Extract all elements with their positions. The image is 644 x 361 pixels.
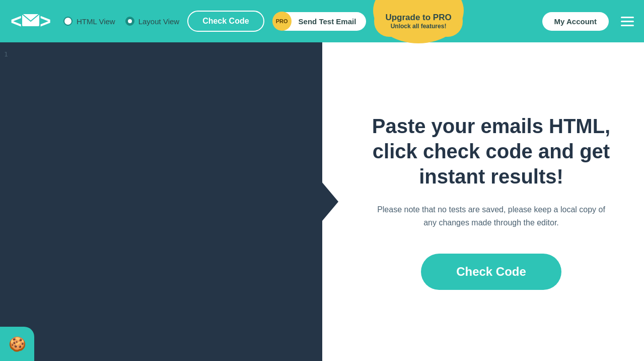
info-heading: Paste your emails HTML, click check code… [359,113,624,189]
editor-panel: 1 [0,42,322,361]
info-subtext: Please note that no tests are saved, ple… [371,203,612,229]
panel-arrow [322,183,338,221]
view-options: HTML View Layout View [63,17,179,26]
send-test-email-button[interactable]: PRO Send Test Email [276,12,367,31]
upgrade-to-pro-button[interactable]: Upgrade to PRO Unlock all features! [374,6,462,37]
logo: < > [8,7,53,35]
line-number-1: 1 [4,50,8,58]
hamburger-menu-button[interactable] [619,15,636,28]
send-test-email-label: Send Test Email [299,17,356,26]
layout-view-option[interactable]: Layout View [125,17,179,26]
html-view-label: HTML View [77,17,115,26]
pro-badge: PRO [272,12,292,31]
upgrade-pill-text: Upgrade to PRO Unlock all features! [385,13,451,30]
svg-text:>: > [40,11,51,32]
svg-text:<: < [11,11,22,32]
my-account-button[interactable]: My Account [542,12,609,31]
layout-view-radio[interactable] [125,17,134,26]
upgrade-wrapper: Upgrade to PRO Unlock all features! [374,0,462,42]
cookie-icon: 🍪 [9,336,26,352]
hamburger-line-1 [621,17,634,18]
code-editor[interactable] [0,42,322,361]
check-code-main-button[interactable]: Check Code [421,254,561,290]
html-view-radio[interactable] [63,17,73,26]
hamburger-line-2 [621,21,634,22]
header: < > HTML View Layout View Check Code PRO… [0,0,644,42]
upgrade-line1: Upgrade to PRO [385,13,451,23]
line-numbers: 1 [0,42,20,58]
hamburger-line-3 [621,25,634,26]
cookie-consent-button[interactable]: 🍪 [0,327,34,361]
layout-view-label: Layout View [138,17,179,26]
upgrade-line2: Unlock all features! [385,23,451,30]
main-content: 1 Paste your emails HTML, click check co… [0,42,644,361]
html-view-option[interactable]: HTML View [63,17,115,26]
check-code-header-button[interactable]: Check Code [187,11,264,32]
info-panel: Paste your emails HTML, click check code… [338,42,644,361]
